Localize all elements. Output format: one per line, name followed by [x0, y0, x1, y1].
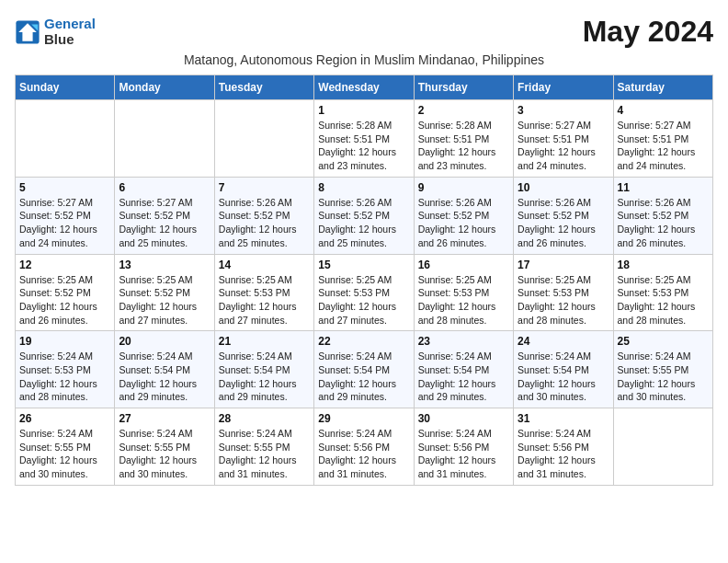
weekday-header: Friday [514, 75, 613, 100]
day-number: 21 [219, 335, 310, 348]
day-info: Sunrise: 5:25 AM Sunset: 5:53 PM Dayligh… [318, 273, 409, 327]
calendar-cell: 27Sunrise: 5:24 AM Sunset: 5:55 PM Dayli… [115, 408, 214, 486]
day-info: Sunrise: 5:26 AM Sunset: 5:52 PM Dayligh… [219, 196, 310, 250]
calendar-cell: 26Sunrise: 5:24 AM Sunset: 5:55 PM Dayli… [16, 408, 115, 486]
calendar-cell: 5Sunrise: 5:27 AM Sunset: 5:52 PM Daylig… [16, 177, 115, 254]
day-number: 5 [19, 181, 110, 194]
day-info: Sunrise: 5:24 AM Sunset: 5:56 PM Dayligh… [518, 427, 609, 481]
day-info: Sunrise: 5:26 AM Sunset: 5:52 PM Dayligh… [618, 196, 709, 250]
day-number: 31 [518, 412, 609, 425]
day-number: 25 [618, 335, 709, 348]
calendar-cell [214, 100, 313, 178]
day-number: 14 [219, 259, 310, 271]
calendar-cell: 1Sunrise: 5:28 AM Sunset: 5:51 PM Daylig… [314, 100, 414, 178]
day-number: 27 [119, 412, 210, 425]
day-number: 26 [19, 412, 110, 425]
calendar-cell: 24Sunrise: 5:24 AM Sunset: 5:54 PM Dayli… [514, 331, 613, 408]
weekday-header: Monday [115, 75, 214, 100]
calendar-cell: 6Sunrise: 5:27 AM Sunset: 5:52 PM Daylig… [115, 177, 214, 254]
day-number: 8 [318, 181, 409, 194]
day-info: Sunrise: 5:27 AM Sunset: 5:51 PM Dayligh… [618, 119, 709, 173]
day-number: 6 [119, 181, 210, 194]
day-info: Sunrise: 5:24 AM Sunset: 5:56 PM Dayligh… [418, 427, 509, 481]
day-number: 22 [318, 335, 409, 348]
logo-line2: Blue [44, 32, 96, 48]
day-info: Sunrise: 5:24 AM Sunset: 5:54 PM Dayligh… [219, 350, 310, 404]
weekday-header: Saturday [613, 75, 712, 100]
day-number: 20 [119, 335, 210, 348]
weekday-header: Thursday [414, 75, 513, 100]
calendar-cell: 11Sunrise: 5:26 AM Sunset: 5:52 PM Dayli… [613, 177, 712, 254]
calendar-cell: 2Sunrise: 5:28 AM Sunset: 5:51 PM Daylig… [414, 100, 513, 178]
day-number: 16 [418, 259, 509, 271]
day-info: Sunrise: 5:24 AM Sunset: 5:54 PM Dayligh… [418, 350, 509, 404]
day-info: Sunrise: 5:28 AM Sunset: 5:51 PM Dayligh… [418, 119, 509, 173]
day-number: 29 [318, 412, 409, 425]
calendar-cell: 21Sunrise: 5:24 AM Sunset: 5:54 PM Dayli… [214, 331, 313, 408]
calendar-cell: 20Sunrise: 5:24 AM Sunset: 5:54 PM Dayli… [115, 331, 214, 408]
calendar-week-row: 12Sunrise: 5:25 AM Sunset: 5:52 PM Dayli… [16, 254, 713, 331]
calendar-cell: 17Sunrise: 5:25 AM Sunset: 5:53 PM Dayli… [514, 254, 613, 331]
day-info: Sunrise: 5:26 AM Sunset: 5:52 PM Dayligh… [418, 196, 509, 250]
calendar-cell: 31Sunrise: 5:24 AM Sunset: 5:56 PM Dayli… [514, 408, 613, 486]
day-info: Sunrise: 5:24 AM Sunset: 5:53 PM Dayligh… [19, 350, 110, 404]
logo-text: General Blue [44, 17, 96, 47]
day-info: Sunrise: 5:26 AM Sunset: 5:52 PM Dayligh… [518, 196, 609, 250]
day-info: Sunrise: 5:24 AM Sunset: 5:55 PM Dayligh… [219, 427, 310, 481]
day-number: 13 [119, 259, 210, 271]
day-number: 28 [219, 412, 310, 425]
calendar-cell: 23Sunrise: 5:24 AM Sunset: 5:54 PM Dayli… [414, 331, 513, 408]
day-number: 11 [618, 181, 709, 194]
calendar-cell: 12Sunrise: 5:25 AM Sunset: 5:52 PM Dayli… [16, 254, 115, 331]
calendar-cell: 22Sunrise: 5:24 AM Sunset: 5:54 PM Dayli… [314, 331, 414, 408]
weekday-header: Sunday [16, 75, 115, 100]
month-title: May 2024 [583, 15, 713, 49]
day-number: 19 [19, 335, 110, 348]
day-info: Sunrise: 5:24 AM Sunset: 5:55 PM Dayligh… [119, 427, 210, 481]
logo-icon [15, 19, 40, 45]
day-info: Sunrise: 5:25 AM Sunset: 5:53 PM Dayligh… [618, 273, 709, 327]
day-info: Sunrise: 5:25 AM Sunset: 5:53 PM Dayligh… [418, 273, 509, 327]
day-number: 4 [618, 104, 709, 117]
day-number: 12 [19, 259, 110, 271]
day-info: Sunrise: 5:25 AM Sunset: 5:52 PM Dayligh… [19, 273, 110, 327]
calendar-cell: 10Sunrise: 5:26 AM Sunset: 5:52 PM Dayli… [514, 177, 613, 254]
calendar-week-row: 1Sunrise: 5:28 AM Sunset: 5:51 PM Daylig… [16, 100, 713, 178]
calendar-cell: 28Sunrise: 5:24 AM Sunset: 5:55 PM Dayli… [214, 408, 313, 486]
calendar-cell: 15Sunrise: 5:25 AM Sunset: 5:53 PM Dayli… [314, 254, 414, 331]
page-header: General Blue May 2024 [15, 15, 713, 49]
day-info: Sunrise: 5:24 AM Sunset: 5:56 PM Dayligh… [318, 427, 409, 481]
day-number: 7 [219, 181, 310, 194]
calendar-cell: 8Sunrise: 5:26 AM Sunset: 5:52 PM Daylig… [314, 177, 414, 254]
day-info: Sunrise: 5:25 AM Sunset: 5:53 PM Dayligh… [518, 273, 609, 327]
calendar-cell: 9Sunrise: 5:26 AM Sunset: 5:52 PM Daylig… [414, 177, 513, 254]
day-number: 17 [518, 259, 609, 271]
day-number: 3 [518, 104, 609, 117]
calendar-week-row: 19Sunrise: 5:24 AM Sunset: 5:53 PM Dayli… [16, 331, 713, 408]
day-number: 23 [418, 335, 509, 348]
day-info: Sunrise: 5:26 AM Sunset: 5:52 PM Dayligh… [318, 196, 409, 250]
day-number: 1 [318, 104, 409, 117]
day-info: Sunrise: 5:24 AM Sunset: 5:54 PM Dayligh… [518, 350, 609, 404]
calendar-cell [16, 100, 115, 178]
logo-line1: General [44, 16, 96, 31]
day-number: 24 [518, 335, 609, 348]
day-info: Sunrise: 5:27 AM Sunset: 5:52 PM Dayligh… [19, 196, 110, 250]
weekday-header-row: SundayMondayTuesdayWednesdayThursdayFrid… [16, 75, 713, 100]
calendar-week-row: 26Sunrise: 5:24 AM Sunset: 5:55 PM Dayli… [16, 408, 713, 486]
calendar-cell: 3Sunrise: 5:27 AM Sunset: 5:51 PM Daylig… [514, 100, 613, 178]
calendar-cell: 4Sunrise: 5:27 AM Sunset: 5:51 PM Daylig… [613, 100, 712, 178]
day-number: 30 [418, 412, 509, 425]
calendar-cell: 18Sunrise: 5:25 AM Sunset: 5:53 PM Dayli… [613, 254, 712, 331]
logo: General Blue [15, 17, 96, 47]
calendar-cell [115, 100, 214, 178]
calendar-cell: 25Sunrise: 5:24 AM Sunset: 5:55 PM Dayli… [613, 331, 712, 408]
weekday-header: Wednesday [314, 75, 414, 100]
calendar-table: SundayMondayTuesdayWednesdayThursdayFrid… [15, 75, 713, 486]
day-info: Sunrise: 5:24 AM Sunset: 5:54 PM Dayligh… [318, 350, 409, 404]
calendar-cell: 29Sunrise: 5:24 AM Sunset: 5:56 PM Dayli… [314, 408, 414, 486]
day-info: Sunrise: 5:25 AM Sunset: 5:52 PM Dayligh… [119, 273, 210, 327]
calendar-cell: 19Sunrise: 5:24 AM Sunset: 5:53 PM Dayli… [16, 331, 115, 408]
day-info: Sunrise: 5:28 AM Sunset: 5:51 PM Dayligh… [318, 119, 409, 173]
day-number: 10 [518, 181, 609, 194]
